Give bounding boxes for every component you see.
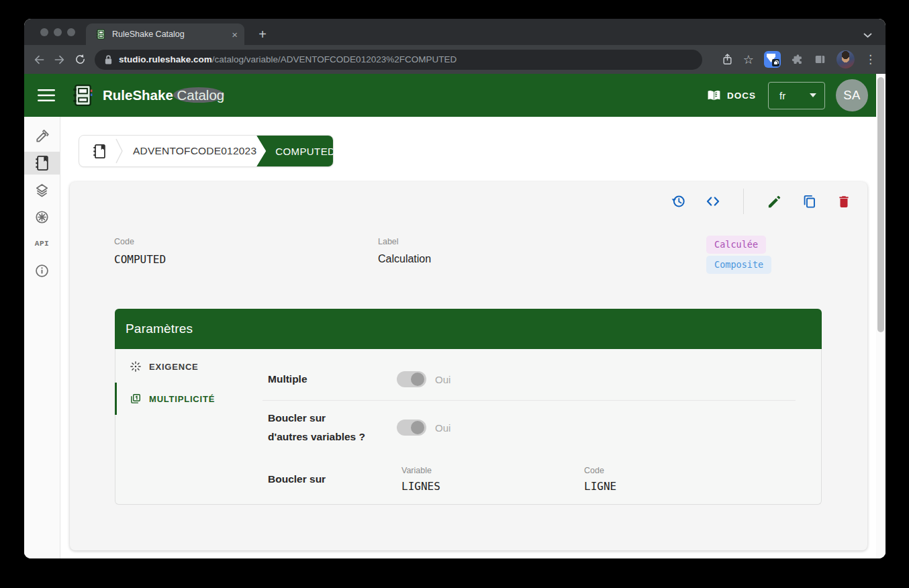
- sidebar-item-design-services[interactable]: [24, 123, 60, 150]
- info-icon: [34, 263, 50, 279]
- breadcrumb: ADVENTOFCODE012023 COMPUTED: [79, 135, 334, 167]
- loop-target-variable-value: LIGNES: [401, 480, 584, 493]
- row-loop-other-variables: Boucler sur d'autres variables ? Oui: [262, 401, 796, 454]
- multiple-toggle-value: Oui: [435, 374, 450, 385]
- browser-tab-strip: RuleShake Catalog × +: [24, 19, 886, 45]
- delete-button[interactable]: [835, 193, 853, 210]
- actions-divider: [743, 189, 744, 214]
- code-view-button[interactable]: [704, 193, 722, 210]
- url-text: studio.ruleshake.com/catalog/variable/AD…: [119, 54, 457, 64]
- extension-lock-icon: [772, 59, 779, 66]
- page-scrollbar[interactable]: [876, 74, 886, 558]
- app-title-brand: RuleShake: [103, 87, 173, 103]
- tab-multiplicite-label: MULTIPLICITÉ: [149, 394, 215, 404]
- back-button[interactable]: [28, 49, 49, 70]
- breadcrumb-catalog-icon[interactable]: [93, 144, 107, 159]
- parameters-body: EXIGENCE MULTIPLICITÉ Multiple: [115, 349, 822, 505]
- user-avatar[interactable]: SA: [836, 79, 868, 111]
- loop-target-code-label: Code: [584, 466, 616, 475]
- share-icon[interactable]: [722, 53, 733, 66]
- url-path: /catalog/variable/ADVENTOFCODE012023%2FC…: [212, 54, 457, 64]
- tab-title: RuleShake Catalog: [112, 30, 226, 39]
- extensions-puzzle-icon[interactable]: [791, 53, 804, 66]
- row-loop-other-label: Boucler sur d'autres variables ?: [262, 409, 397, 446]
- edit-button[interactable]: [765, 193, 783, 210]
- toggle-knob: [411, 421, 424, 434]
- minimize-window-button[interactable]: [54, 28, 62, 36]
- url-bar[interactable]: studio.ruleshake.com/catalog/variable/AD…: [95, 50, 702, 70]
- docs-label: DOCS: [727, 91, 756, 101]
- docs-button[interactable]: DOCS: [707, 90, 756, 101]
- row-multiple: Multiple Oui: [262, 349, 796, 401]
- variable-card: Code COMPUTED Label Calculation Calculée…: [70, 182, 867, 550]
- app-header: RuleShake Catalog DOCS fr SA: [24, 74, 876, 117]
- language-select[interactable]: fr: [768, 82, 825, 109]
- app-header-right: DOCS fr SA: [707, 79, 876, 111]
- lock-icon: [104, 54, 113, 65]
- parameters-rows: Multiple Oui Boucler sur d'autres variab…: [262, 349, 821, 504]
- sidebar-item-catalog[interactable]: [24, 152, 60, 175]
- sidebar-item-info[interactable]: [24, 257, 60, 284]
- tab-multiplicite[interactable]: MULTIPLICITÉ: [115, 383, 262, 415]
- toggle-knob: [411, 373, 424, 386]
- language-value: fr: [779, 90, 785, 101]
- browser-menu-icon[interactable]: ⋮: [865, 54, 876, 65]
- design-services-icon: [34, 129, 50, 144]
- tab-exigence[interactable]: EXIGENCE: [115, 350, 262, 383]
- app-logo-icon: [73, 84, 93, 107]
- row-loop-target-label: Boucler sur: [262, 470, 397, 489]
- field-code-value: COMPUTED: [114, 253, 166, 266]
- badge-composite: Composite: [706, 256, 771, 274]
- breadcrumb-item-current: COMPUTED: [256, 136, 334, 166]
- field-code-label: Code: [114, 237, 166, 246]
- catalog-notebook-icon: [35, 155, 50, 171]
- history-button[interactable]: [669, 193, 687, 210]
- loop-target-variable-label: Variable: [401, 466, 584, 475]
- loop-target-variable-field: Variable LIGNES: [401, 466, 584, 493]
- tab-close-icon[interactable]: ×: [232, 30, 238, 40]
- side-panel-icon[interactable]: [814, 53, 826, 66]
- parameters-title: Paramètres: [115, 309, 822, 349]
- flare-icon: [130, 360, 142, 373]
- loop-target-code-value: LIGNE: [584, 480, 616, 493]
- loop-other-toggle[interactable]: [397, 420, 426, 436]
- row-multiple-label: Multiple: [262, 370, 397, 389]
- row-loop-target: Boucler sur Variable LIGNES Code LIGNE: [262, 454, 796, 504]
- reload-button[interactable]: [70, 49, 91, 70]
- sidebar-item-integrations[interactable]: [24, 203, 60, 230]
- caret-down-icon: [810, 93, 816, 97]
- card-actions: [669, 189, 853, 214]
- duplicate-button[interactable]: [800, 193, 818, 210]
- new-tab-button[interactable]: +: [252, 24, 273, 44]
- field-label-label: Label: [378, 237, 431, 246]
- tab-search-chevron-icon[interactable]: [863, 29, 872, 41]
- app-title-suffix: Catalog: [173, 87, 224, 103]
- breadcrumb-item-collection[interactable]: ADVENTOFCODE012023: [133, 145, 256, 157]
- filter-1-icon: [130, 393, 142, 405]
- forward-button[interactable]: [49, 49, 70, 70]
- breadcrumb-separator-icon: [115, 136, 124, 166]
- field-label-value: Calculation: [378, 253, 431, 265]
- hamburger-menu-icon[interactable]: [38, 89, 55, 102]
- tab-favicon-icon: [95, 29, 106, 40]
- page: RuleShake Catalog DOCS fr SA: [24, 74, 886, 558]
- close-window-button[interactable]: [40, 28, 48, 36]
- sidebar: API: [24, 117, 60, 558]
- zoom-window-button[interactable]: [67, 28, 75, 36]
- main-content: ADVENTOFCODE012023 COMPUTED: [60, 117, 876, 558]
- browser-profile-avatar[interactable]: [836, 50, 855, 68]
- docs-book-icon: [707, 90, 721, 101]
- badge-calculee: Calculée: [706, 236, 766, 254]
- toolbar-right-icons: ☆ ⋮: [702, 50, 879, 68]
- sidebar-item-layers[interactable]: [24, 177, 60, 203]
- password-manager-extension-icon[interactable]: [764, 51, 781, 68]
- scrollbar-thumb[interactable]: [877, 77, 884, 332]
- parameters-tabs: EXIGENCE MULTIPLICITÉ: [115, 349, 262, 504]
- sidebar-item-api[interactable]: API: [24, 230, 60, 257]
- browser-window: RuleShake Catalog × + studio.ruleshake.c…: [24, 19, 886, 558]
- field-label: Label Calculation: [378, 237, 431, 265]
- browser-tab[interactable]: RuleShake Catalog ×: [86, 23, 244, 45]
- bookmark-star-icon[interactable]: ☆: [743, 54, 754, 66]
- layers-icon: [34, 183, 50, 198]
- multiple-toggle[interactable]: [397, 371, 426, 387]
